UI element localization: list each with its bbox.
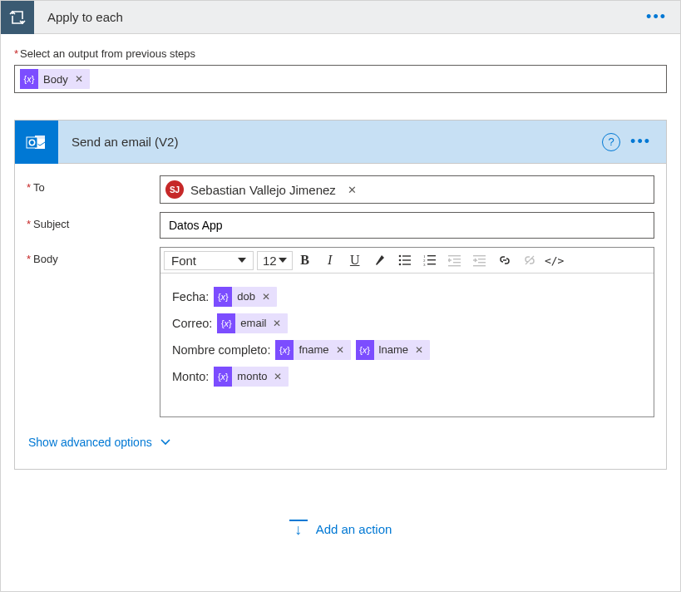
body-line: Monto:{x}monto✕ [172,365,642,388]
rte-body[interactable]: Fecha:{x}dob✕Correo:{x}email✕Nombre comp… [160,274,654,416]
chevron-down-icon [279,258,287,263]
token-monto[interactable]: {x}monto✕ [214,367,289,387]
svg-rect-13 [427,259,436,260]
svg-rect-15 [427,264,436,264]
add-action-icon [289,520,308,538]
output-field[interactable]: {x} Body ✕ [14,65,667,93]
bold-button[interactable]: B [293,249,318,271]
body-line: Nombre completo:{x}fname✕{x}lname✕ [172,338,642,362]
token-label: dob [237,285,255,308]
token-label: monto [237,365,267,388]
help-icon[interactable]: ? [602,133,620,151]
svg-rect-21 [478,259,486,259]
svg-rect-5 [402,255,411,256]
row-body: *Body Font 12 B I U [27,247,654,417]
svg-point-4 [398,255,401,258]
svg-rect-23 [473,265,486,266]
expression-icon: {x} [217,313,235,333]
rich-text-editor: Font 12 B I U [160,247,654,417]
svg-rect-17 [453,259,461,259]
label-body: *Body [27,247,160,265]
svg-text:3: 3 [423,263,426,267]
token-fname[interactable]: {x}fname✕ [275,340,350,360]
add-action-button[interactable]: Add an action [14,470,667,571]
body-line: Correo:{x}email✕ [172,312,642,335]
token-remove-icon[interactable]: ✕ [260,285,272,308]
token-remove-icon[interactable]: ✕ [73,73,85,85]
row-to: *To SJ Sebastian Vallejo Jimenez ✕ [27,175,654,204]
svg-rect-20 [473,255,486,256]
expression-icon: {x} [214,287,232,307]
expression-icon: {x} [214,367,232,387]
email-form: *To SJ Sebastian Vallejo Jimenez ✕ *Subj… [15,164,666,469]
font-picker[interactable]: Font [164,251,254,270]
expression-icon: {x} [356,340,374,360]
body-text: Correo: [172,312,212,335]
font-size-picker[interactable]: 12 [257,251,293,270]
to-field[interactable]: SJ Sebastian Vallejo Jimenez ✕ [160,175,654,204]
bullet-list-button[interactable] [392,249,417,271]
rte-toolbar: Font 12 B I U [160,248,654,274]
underline-button[interactable]: U [343,249,368,271]
svg-point-6 [398,259,401,262]
token-label: lname [379,338,408,362]
indent-button[interactable] [467,249,492,271]
token-remove-icon[interactable]: ✕ [413,338,425,362]
show-advanced-options-link[interactable]: Show advanced options [27,426,172,454]
svg-rect-22 [478,262,486,263]
apply-to-each-card: Apply to each ••• *Select an output from… [0,0,681,592]
token-remove-icon[interactable]: ✕ [272,365,284,388]
avatar: SJ [165,180,184,199]
apply-to-each-title: Apply to each [34,10,633,24]
apply-body: *Select an output from previous steps {x… [1,34,680,591]
send-email-card: Send an email (V2) ? ••• *To SJ Sebastia… [14,120,667,470]
svg-rect-9 [402,264,411,264]
outdent-button[interactable] [442,249,467,271]
svg-rect-7 [402,259,411,260]
token-body[interactable]: {x} Body ✕ [20,69,90,89]
svg-rect-18 [453,262,461,263]
number-list-button[interactable]: 123 [417,249,442,271]
token-remove-icon[interactable]: ✕ [334,338,346,362]
recipient-chip[interactable]: SJ Sebastian Vallejo Jimenez ✕ [165,180,368,199]
send-email-header[interactable]: Send an email (V2) ? ••• [15,121,666,164]
svg-rect-19 [448,265,461,266]
svg-point-8 [398,264,401,266]
token-lname[interactable]: {x}lname✕ [356,340,430,360]
unlink-button[interactable] [517,249,542,271]
email-more-button[interactable]: ••• [630,133,666,150]
label-subject: *Subject [27,212,160,230]
italic-button[interactable]: I [318,249,343,271]
output-label: *Select an output from previous steps [14,47,667,60]
recipient-name: Sebastian Vallejo Jimenez [190,183,336,197]
row-subject: *Subject [27,212,654,239]
subject-input[interactable] [160,212,654,239]
expression-icon: {x} [20,69,38,89]
apply-to-each-header[interactable]: Apply to each ••• [1,1,680,34]
token-remove-icon[interactable]: ✕ [271,312,283,335]
chevron-down-icon [160,439,170,446]
expression-icon: {x} [275,340,294,360]
body-line: Fecha:{x}dob✕ [172,285,642,308]
svg-rect-11 [427,255,436,256]
loop-icon [1,1,34,34]
remove-recipient-icon[interactable]: ✕ [343,184,362,196]
token-dob[interactable]: {x}dob✕ [214,287,277,307]
apply-more-button[interactable]: ••• [633,8,680,26]
body-text: Fecha: [172,285,209,308]
token-email[interactable]: {x}email✕ [217,313,288,333]
color-button[interactable] [368,249,392,271]
link-button[interactable] [492,249,517,271]
send-email-title: Send an email (V2) [58,135,602,149]
code-view-button[interactable]: </> [542,249,567,271]
token-label: email [240,312,266,335]
svg-rect-2 [27,137,37,148]
chevron-down-icon [238,258,246,263]
body-text: Nombre completo: [172,338,270,362]
body-text: Monto: [172,365,209,388]
label-to: *To [27,175,160,194]
svg-rect-16 [448,255,461,256]
token-label: fname [299,338,328,362]
outlook-icon [15,121,58,164]
